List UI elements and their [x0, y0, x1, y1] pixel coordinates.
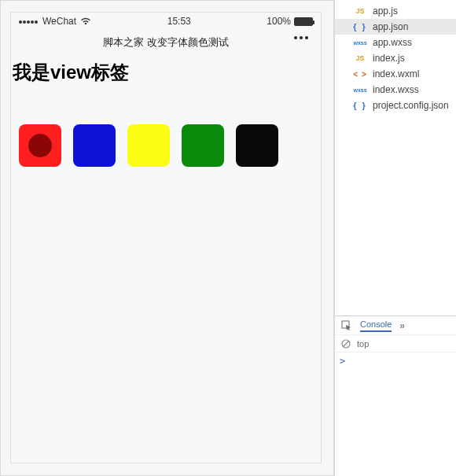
- console-panel: Console » top >: [335, 315, 456, 476]
- color-swatch-green[interactable]: [182, 124, 224, 167]
- inspect-icon[interactable]: [341, 320, 352, 331]
- file-item[interactable]: wxssindex.wxss: [335, 82, 456, 98]
- more-icon[interactable]: [294, 36, 308, 39]
- console-filter-bar: top: [335, 335, 456, 352]
- file-label: index.js: [373, 53, 405, 64]
- file-label: index.wxss: [373, 84, 419, 95]
- file-label: project.config.json: [373, 100, 449, 111]
- page-heading: 我是view标签: [11, 60, 321, 87]
- battery-icon: [294, 17, 313, 26]
- color-swatch-black[interactable]: [236, 124, 278, 167]
- clear-console-icon[interactable]: [341, 339, 351, 349]
- status-right: 100%: [267, 16, 313, 27]
- file-item[interactable]: JSindex.js: [335, 50, 456, 66]
- page-content: 我是view标签: [11, 55, 321, 167]
- file-item[interactable]: wxssapp.wxss: [335, 35, 456, 50]
- file-item[interactable]: < >index.wxml: [335, 66, 456, 82]
- wxss-file-icon: wxss: [352, 40, 368, 46]
- status-bar: WeChat 15:53 100%: [11, 13, 321, 30]
- context-selector[interactable]: top: [357, 339, 369, 349]
- file-tree: JSapp.js{ }app.jsonwxssapp.wxssJSindex.j…: [335, 0, 456, 315]
- carrier-label: WeChat: [42, 16, 76, 27]
- color-swatch-yellow[interactable]: [127, 124, 170, 167]
- wifi-icon: [80, 17, 91, 25]
- file-label: app.wxss: [373, 37, 412, 48]
- json-file-icon: { }: [352, 101, 368, 110]
- file-label: app.js: [373, 6, 398, 17]
- right-panel: JSapp.js{ }app.jsonwxssapp.wxssJSindex.j…: [334, 0, 456, 476]
- status-time: 15:53: [167, 16, 191, 27]
- color-swatch-blue[interactable]: [73, 124, 116, 167]
- nav-title: 脚本之家 改变字体颜色测试: [103, 35, 229, 50]
- simulator-pane: WeChat 15:53 100% 脚本之家 改变字体颜色测试 我是view标签: [0, 0, 334, 476]
- battery-pct: 100%: [267, 16, 291, 27]
- svg-line-2: [344, 341, 349, 346]
- file-item[interactable]: { }project.config.json: [335, 98, 456, 113]
- file-item[interactable]: JSapp.js: [335, 3, 456, 19]
- wxml-file-icon: < >: [352, 70, 368, 79]
- device-frame: WeChat 15:53 100% 脚本之家 改变字体颜色测试 我是view标签: [10, 12, 322, 463]
- json-file-icon: { }: [352, 22, 368, 31]
- file-label: index.wxml: [373, 68, 419, 79]
- console-prompt[interactable]: >: [335, 352, 456, 370]
- console-tabs: Console »: [335, 316, 456, 335]
- file-item[interactable]: { }app.json: [335, 19, 456, 35]
- wxss-file-icon: wxss: [352, 87, 368, 93]
- nav-bar: 脚本之家 改变字体颜色测试: [11, 30, 321, 55]
- status-left: WeChat: [19, 16, 91, 27]
- signal-icon: [19, 16, 39, 27]
- js-file-icon: JS: [352, 7, 368, 15]
- color-row: [11, 87, 321, 167]
- tabs-overflow-icon[interactable]: »: [399, 320, 405, 331]
- js-file-icon: JS: [352, 54, 368, 62]
- color-swatch-red[interactable]: [19, 124, 61, 167]
- file-label: app.json: [373, 21, 408, 32]
- console-tab[interactable]: Console: [360, 319, 392, 332]
